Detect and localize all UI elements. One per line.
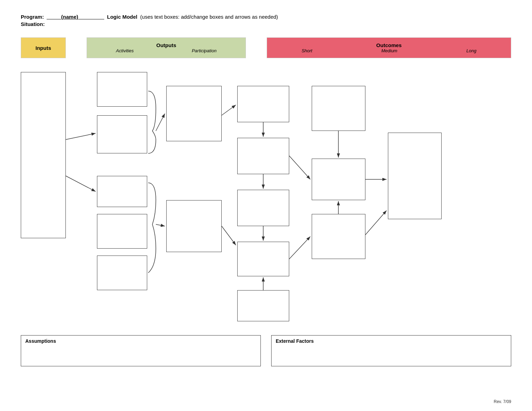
activity-box-4[interactable] [97,214,147,249]
medium-outcome-3[interactable] [312,214,365,259]
inputs-label: Inputs [36,45,51,51]
svg-line-2 [66,133,96,140]
svg-line-5 [156,224,165,226]
situation-label: Situation: [21,21,45,27]
activity-box-3[interactable] [97,176,147,207]
header-line1: Program: _____(name)_________ Logic Mode… [21,14,511,20]
participation-box-1[interactable] [166,86,222,141]
outputs-activities-label: Activities [116,48,134,53]
header-outputs-box: Outputs Activities Participation [87,37,246,58]
inputs-box[interactable] [21,72,66,238]
svg-line-4 [156,114,165,131]
svg-line-6 [222,105,236,115]
diagram-area [21,65,511,328]
column-headers: Inputs Outputs Activities Participation … [21,37,511,58]
revision: Rev. 7/09 [494,399,511,404]
short-outcome-4[interactable] [237,242,289,276]
participation-box-2[interactable] [166,200,222,252]
short-outcome-1[interactable] [237,86,289,122]
outcomes-long-label: Long [466,48,476,53]
svg-line-3 [66,176,96,191]
activity-box-1[interactable] [97,72,147,107]
outputs-participation-label: Participation [192,48,217,53]
svg-line-17 [365,211,387,235]
gap1 [66,37,87,58]
outputs-sub-labels: Activities Participation [87,48,246,53]
activity-box-5[interactable] [97,256,147,290]
page: Program: _____(name)_________ Logic Mode… [0,0,532,411]
svg-line-13 [289,236,310,259]
program-name: _____(name)_________ [47,14,104,20]
bottom-section: Assumptions External Factors [21,335,511,366]
header-line2: Situation: [21,21,511,27]
outcomes-sub-labels: Short Medium Long [267,48,511,53]
gap2 [246,37,267,58]
assumptions-box[interactable]: Assumptions [21,335,261,366]
svg-line-12 [289,156,310,179]
program-label: Program: [21,14,44,20]
header: Program: _____(name)_________ Logic Mode… [21,14,511,27]
short-outcome-2[interactable] [237,138,289,174]
external-factors-box[interactable]: External Factors [271,335,511,366]
header-outcomes-box: Outcomes Short Medium Long [267,37,511,58]
header-inputs-box: Inputs [21,37,66,58]
logic-model-label: Logic Model [107,14,138,20]
outcomes-label: Outcomes [376,42,401,48]
activity-box-2[interactable] [97,115,147,153]
external-factors-title: External Factors [276,338,507,344]
outcomes-short-label: Short [302,48,312,53]
medium-outcome-1[interactable] [312,86,365,131]
medium-outcome-2[interactable] [312,159,365,200]
assumptions-title: Assumptions [25,338,256,344]
long-outcome-1[interactable] [388,133,442,219]
svg-line-7 [222,226,236,245]
short-outcome-3[interactable] [237,190,289,226]
outputs-label: Outputs [156,42,176,48]
header-note: (uses text boxes: add/change boxes and a… [140,14,278,20]
outcomes-medium-label: Medium [381,48,397,53]
short-outcome-5[interactable] [237,290,289,321]
